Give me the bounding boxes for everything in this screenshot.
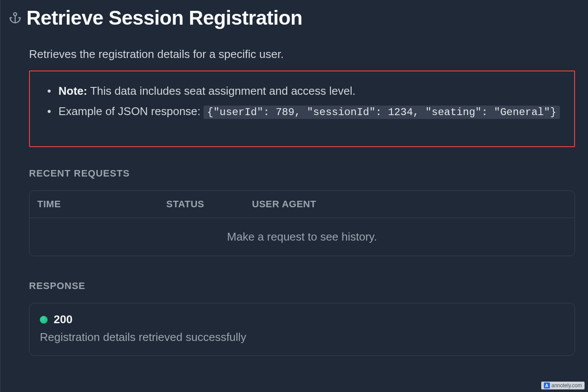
recent-requests-table: TIME STATUS USER AGENT Make a request to… [29, 190, 575, 256]
status-code: 200 [54, 313, 72, 326]
column-header-user-agent: USER AGENT [252, 199, 567, 210]
table-empty-state: Make a request to see history. [29, 218, 575, 256]
annotely-watermark[interactable]: A annotely.com [541, 382, 585, 389]
response-message: Registration details retrieved successfu… [40, 331, 564, 344]
example-label: Example of JSON response: [58, 105, 204, 118]
example-item: Example of JSON response: {"userId": 789… [43, 101, 561, 122]
note-heading: Note: [58, 84, 87, 97]
annotely-badge-icon: A [544, 382, 550, 389]
example-json-code: {"userId": 789, "sessionId": 1234, "seat… [204, 106, 560, 119]
endpoint-description: Retrieves the registration details for a… [29, 48, 575, 61]
anchor-icon[interactable] [9, 12, 21, 24]
note-item: Note: This data includes seat assignment… [43, 81, 561, 101]
table-header-row: TIME STATUS USER AGENT [29, 191, 575, 218]
column-header-status: STATUS [166, 199, 252, 210]
status-dot-icon [40, 316, 48, 324]
response-heading: RESPONSE [29, 280, 575, 292]
column-header-time: TIME [37, 199, 166, 210]
note-text: This data includes seat assignment and a… [90, 84, 355, 97]
recent-requests-heading: RECENT REQUESTS [29, 168, 575, 179]
page-title: Retrieve Session Registration [26, 6, 302, 29]
annotely-text: annotely.com [552, 382, 582, 389]
response-card[interactable]: 200 Registration details retrieved succe… [29, 303, 575, 356]
note-callout: Note: This data includes seat assignment… [29, 71, 575, 147]
